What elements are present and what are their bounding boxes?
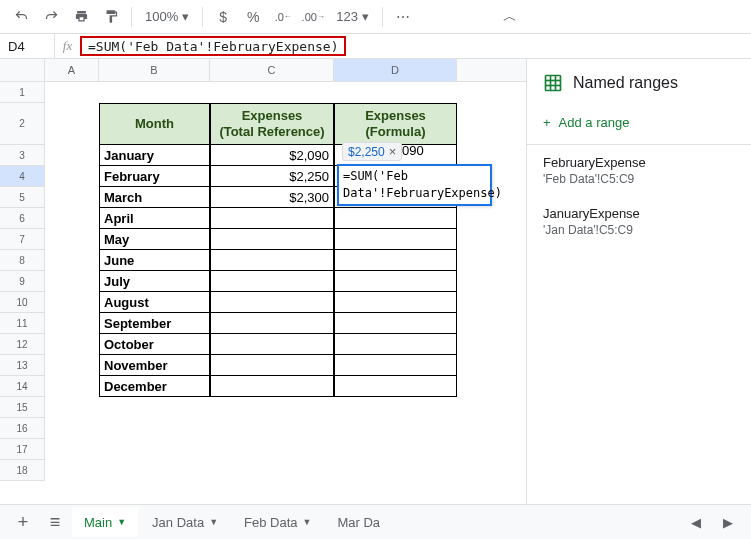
cell[interactable] bbox=[334, 460, 457, 481]
cell[interactable] bbox=[210, 439, 334, 460]
cell[interactable] bbox=[210, 208, 334, 229]
cell[interactable] bbox=[334, 271, 457, 292]
cell[interactable] bbox=[334, 355, 457, 376]
cell-expense[interactable]: $2,090 bbox=[210, 145, 334, 166]
cell[interactable] bbox=[45, 208, 99, 229]
zoom-dropdown[interactable]: 100%▾ bbox=[139, 9, 195, 24]
cell[interactable] bbox=[99, 397, 210, 418]
tab-mar-data[interactable]: Mar Da bbox=[325, 507, 392, 537]
cell[interactable] bbox=[210, 313, 334, 334]
cell[interactable] bbox=[210, 292, 334, 313]
cell[interactable] bbox=[45, 439, 99, 460]
tab-main[interactable]: Main▼ bbox=[72, 507, 138, 537]
redo-button[interactable] bbox=[38, 4, 64, 30]
col-header-b[interactable]: B bbox=[99, 59, 210, 81]
row-header[interactable]: 5 bbox=[0, 187, 45, 208]
cell[interactable] bbox=[334, 292, 457, 313]
cell-month[interactable]: March bbox=[99, 187, 210, 208]
cell[interactable] bbox=[45, 460, 99, 481]
cell[interactable] bbox=[99, 418, 210, 439]
cell[interactable] bbox=[334, 439, 457, 460]
row-header[interactable]: 9 bbox=[0, 271, 45, 292]
increase-decimal-button[interactable]: .00→ bbox=[300, 4, 326, 30]
cell[interactable] bbox=[99, 439, 210, 460]
cell[interactable] bbox=[45, 187, 99, 208]
tab-scroll-right-button[interactable]: ▶ bbox=[713, 507, 743, 537]
cell[interactable] bbox=[210, 376, 334, 397]
cell-month[interactable]: April bbox=[99, 208, 210, 229]
cell[interactable] bbox=[99, 460, 210, 481]
cell[interactable] bbox=[210, 397, 334, 418]
cell[interactable] bbox=[210, 271, 334, 292]
header-expenses-ref[interactable]: Expenses(Total Reference) bbox=[210, 103, 334, 145]
header-month[interactable]: Month bbox=[99, 103, 210, 145]
cell[interactable] bbox=[210, 418, 334, 439]
row-header[interactable]: 13 bbox=[0, 355, 45, 376]
header-expenses-formula[interactable]: Expenses(Formula) bbox=[334, 103, 457, 145]
cell[interactable] bbox=[210, 460, 334, 481]
cell[interactable] bbox=[334, 208, 457, 229]
row-header[interactable]: 18 bbox=[0, 460, 45, 481]
cell-expense[interactable]: $2,250 bbox=[210, 166, 334, 187]
cell[interactable] bbox=[45, 355, 99, 376]
col-header-c[interactable]: C bbox=[210, 59, 334, 81]
more-toolbar-button[interactable]: ⋯ bbox=[390, 4, 416, 30]
cell-month[interactable]: February bbox=[99, 166, 210, 187]
tab-scroll-left-button[interactable]: ◀ bbox=[681, 507, 711, 537]
cell[interactable] bbox=[334, 82, 457, 103]
cell[interactable] bbox=[334, 397, 457, 418]
format-currency-button[interactable]: $ bbox=[210, 4, 236, 30]
cell-expense[interactable]: $2,300 bbox=[210, 187, 334, 208]
paint-format-button[interactable] bbox=[98, 4, 124, 30]
cell[interactable] bbox=[210, 229, 334, 250]
col-header-a[interactable]: A bbox=[45, 59, 99, 81]
cell[interactable] bbox=[45, 334, 99, 355]
cell[interactable] bbox=[45, 250, 99, 271]
cell[interactable] bbox=[334, 334, 457, 355]
cell[interactable] bbox=[45, 313, 99, 334]
cell[interactable] bbox=[334, 313, 457, 334]
cell[interactable] bbox=[45, 418, 99, 439]
row-header[interactable]: 10 bbox=[0, 292, 45, 313]
col-header-d[interactable]: D bbox=[334, 59, 457, 81]
cell[interactable] bbox=[45, 376, 99, 397]
cell[interactable] bbox=[45, 292, 99, 313]
tab-jan-data[interactable]: Jan Data▼ bbox=[140, 507, 230, 537]
cell-month[interactable]: November bbox=[99, 355, 210, 376]
decrease-decimal-button[interactable]: .0← bbox=[270, 4, 296, 30]
collapse-panel-button[interactable]: ︿ bbox=[503, 8, 517, 26]
format-number-dropdown[interactable]: 123▾ bbox=[330, 9, 375, 24]
cell[interactable] bbox=[210, 334, 334, 355]
cell[interactable] bbox=[334, 250, 457, 271]
cell[interactable] bbox=[99, 82, 210, 103]
row-header[interactable]: 11 bbox=[0, 313, 45, 334]
row-header[interactable]: 8 bbox=[0, 250, 45, 271]
formula-input[interactable]: =SUM('Feb Data'!FebruaryExpense) bbox=[80, 36, 346, 56]
row-header[interactable]: 7 bbox=[0, 229, 45, 250]
add-sheet-button[interactable]: + bbox=[8, 507, 38, 537]
row-header[interactable]: 12 bbox=[0, 334, 45, 355]
cell-month[interactable]: May bbox=[99, 229, 210, 250]
close-preview-icon[interactable]: × bbox=[389, 144, 397, 159]
cell[interactable] bbox=[45, 145, 99, 166]
row-header[interactable]: 3 bbox=[0, 145, 45, 166]
cell-month[interactable]: July bbox=[99, 271, 210, 292]
named-range-item[interactable]: FebruaryExpense 'Feb Data'!C5:C9 bbox=[527, 145, 751, 196]
named-range-item[interactable]: JanuaryExpense 'Jan Data'!C5:C9 bbox=[527, 196, 751, 247]
cell[interactable] bbox=[45, 166, 99, 187]
cell[interactable] bbox=[334, 418, 457, 439]
active-cell-ref[interactable]: D4 bbox=[0, 34, 55, 58]
cell[interactable] bbox=[210, 250, 334, 271]
row-header[interactable]: 17 bbox=[0, 439, 45, 460]
cell-month[interactable]: August bbox=[99, 292, 210, 313]
cell-editor[interactable]: =SUM('Feb Data'!FebruaryExpense) bbox=[337, 164, 492, 206]
cell-month[interactable]: September bbox=[99, 313, 210, 334]
cell[interactable] bbox=[334, 229, 457, 250]
row-header[interactable]: 14 bbox=[0, 376, 45, 397]
cell[interactable] bbox=[45, 229, 99, 250]
undo-button[interactable] bbox=[8, 4, 34, 30]
row-header[interactable]: 4 bbox=[0, 166, 45, 187]
row-header[interactable]: 16 bbox=[0, 418, 45, 439]
add-range-button[interactable]: + Add a range bbox=[527, 105, 751, 145]
format-percent-button[interactable]: % bbox=[240, 4, 266, 30]
